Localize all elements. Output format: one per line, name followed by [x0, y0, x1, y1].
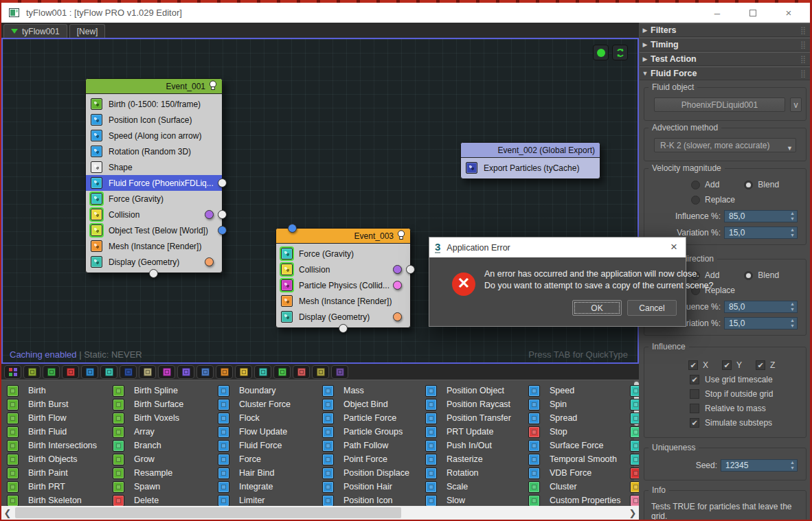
output-socket[interactable]	[393, 281, 402, 290]
section-header-filters[interactable]: ▶Filters⣿	[640, 23, 811, 37]
palette-item-object-bind[interactable]: Object Bind	[322, 397, 409, 411]
palette-item[interactable]	[630, 439, 639, 452]
palette-item-flock[interactable]: Flock	[218, 411, 291, 425]
node-header[interactable]: Event_003	[276, 229, 410, 244]
palette-item-surface-force[interactable]: Surface Force	[528, 439, 621, 452]
palette-item-branch[interactable]: Branch	[113, 439, 183, 452]
category-force-button[interactable]	[81, 365, 98, 379]
spinner-input[interactable]: 85,0▲▼	[724, 301, 798, 313]
category-misc-button[interactable]	[331, 365, 348, 379]
output-socket[interactable]	[205, 257, 214, 266]
node-event-001[interactable]: Event_001Birth (0-1500: 150/frame)Positi…	[85, 78, 223, 273]
palette-item-position-raycast[interactable]: Position Raycast	[425, 397, 511, 411]
output-socket[interactable]	[218, 178, 227, 187]
category-birth-button[interactable]	[23, 365, 41, 379]
palette-item[interactable]	[630, 397, 639, 411]
lightbulb-icon[interactable]	[209, 80, 217, 93]
hscroll-track[interactable]	[14, 506, 627, 520]
palette-item-cluster[interactable]: Cluster	[528, 480, 621, 494]
spinner-input[interactable]: 15,0▲▼	[724, 227, 798, 239]
palette-item-position-hair[interactable]: Position Hair	[322, 480, 409, 494]
palette-item[interactable]	[630, 494, 639, 506]
output-socket[interactable]	[218, 210, 227, 219]
category-mesh-button[interactable]	[216, 365, 233, 379]
palette-item-path-follow[interactable]: Path Follow	[322, 439, 409, 452]
node-row[interactable]: Mesh (Instance [Render])	[86, 238, 222, 254]
category-physics-button[interactable]	[196, 365, 214, 379]
event-output-socket[interactable]	[339, 324, 348, 333]
category-delete-button[interactable]	[62, 365, 79, 379]
cancel-button[interactable]: Cancel	[627, 300, 677, 316]
simulation-live-button[interactable]	[593, 45, 609, 60]
category-simulation-button[interactable]	[254, 365, 271, 379]
fluid-object-picker-button[interactable]: v	[790, 97, 802, 112]
maximize-button[interactable]	[744, 7, 762, 19]
node-row[interactable]: Collision	[86, 207, 222, 222]
tab-new[interactable]: [New]	[69, 24, 106, 38]
seed-input[interactable]: 12345▲▼	[721, 459, 798, 472]
palette-horizontal-scrollbar[interactable]: ❮ ❯	[1, 506, 639, 520]
dialog-close-button[interactable]: ×	[670, 240, 677, 254]
fluid-object-button[interactable]: PhoenixFDLiquid001	[654, 97, 785, 112]
lightbulb-icon[interactable]	[397, 230, 405, 242]
palette-item-custom-properties[interactable]: Custom Properties	[528, 494, 621, 506]
node-row[interactable]: Force (Gravity)	[86, 191, 222, 207]
palette-item-point-force[interactable]: Point Force	[322, 452, 409, 466]
checkbox-axis-z[interactable]: ✔Z	[756, 360, 775, 370]
node-row[interactable]: Fluid Force (PhoenixFDLiq...	[86, 175, 222, 191]
node-row[interactable]: Birth (0-1500: 150/frame)	[86, 96, 222, 112]
node-row[interactable]: Speed (Along icon arrow)	[86, 128, 222, 143]
palette-item-particle-force[interactable]: Particle Force	[322, 411, 409, 425]
palette-item-rotation[interactable]: Rotation	[425, 466, 511, 480]
hscroll-thumb[interactable]	[15, 507, 401, 518]
palette-item-position-displace[interactable]: Position Displace	[322, 466, 409, 480]
palette-item-flow-update[interactable]: Flow Update	[218, 425, 291, 439]
category-material-button[interactable]	[312, 365, 329, 379]
palette-item-spread[interactable]: Spread	[528, 411, 621, 425]
spinner-arrows-icon[interactable]: ▲▼	[790, 460, 795, 471]
palette-item-hair-bind[interactable]: Hair Bind	[218, 466, 291, 480]
event-input-socket[interactable]	[288, 224, 297, 233]
palette-item-array[interactable]: Array	[113, 425, 183, 439]
palette-item-birth-objects[interactable]: Birth Objects	[7, 452, 97, 466]
section-header-fluid-force[interactable]: ▼Fluid Force⣿	[640, 67, 811, 80]
spinner-arrows-icon[interactable]: ▲▼	[790, 211, 795, 222]
output-socket[interactable]	[205, 210, 214, 219]
palette-item-birth-surface[interactable]: Birth Surface	[113, 397, 183, 411]
minimize-button[interactable]: –	[708, 7, 726, 19]
category-display-button[interactable]	[177, 365, 194, 379]
node-row[interactable]: Display (Geometry)	[276, 309, 410, 325]
event-output-socket[interactable]	[149, 269, 158, 278]
palette-item-scale[interactable]: Scale	[425, 480, 511, 494]
palette-item-vdb-force[interactable]: VDB Force	[528, 466, 621, 480]
palette-item-prt-update[interactable]: PRT Update	[425, 425, 511, 439]
palette-item-integrate[interactable]: Integrate	[218, 480, 291, 494]
palette-item-birth-voxels[interactable]: Birth Voxels	[113, 411, 183, 425]
palette-item-birth-prt[interactable]: Birth PRT	[7, 480, 97, 494]
palette-item-temporal-smooth[interactable]: Temporal Smooth	[528, 452, 621, 466]
palette-item-grow[interactable]: Grow	[113, 452, 183, 466]
palette-item-spin[interactable]: Spin	[528, 397, 621, 411]
node-row[interactable]: Force (Gravity)	[276, 246, 410, 262]
palette-item-mass[interactable]: Mass	[322, 384, 409, 397]
palette-item-force[interactable]: Force	[218, 452, 291, 466]
spinner-input[interactable]: 85,0▲▼	[724, 210, 798, 222]
ok-button[interactable]: OK	[572, 300, 622, 316]
palette-item-position-icon[interactable]: Position Icon	[322, 494, 409, 506]
node-row[interactable]: Shape	[86, 159, 222, 175]
node-row[interactable]: Object Test (Below [World])	[86, 222, 222, 238]
palette-item[interactable]	[630, 384, 639, 397]
radio-blend[interactable]: Blend	[744, 270, 779, 280]
palette-item-birth[interactable]: Birth	[7, 384, 97, 397]
category-shape-button[interactable]	[139, 365, 156, 379]
palette-item-slow[interactable]: Slow	[425, 494, 511, 506]
advection-method-dropdown[interactable]: R-K 2 (slower, more accurate)▼	[654, 138, 796, 152]
category-position-button[interactable]	[120, 365, 137, 379]
palette-item-spawn[interactable]: Spawn	[113, 480, 183, 494]
node-header[interactable]: Event_002 (Global Export)	[461, 143, 600, 158]
palette-item-birth-spline[interactable]: Birth Spline	[113, 384, 183, 397]
palette-item[interactable]	[630, 466, 639, 480]
spinner-arrows-icon[interactable]: ▲▼	[790, 301, 795, 312]
node-header[interactable]: Event_001	[86, 79, 222, 94]
palette-item-birth-intersections[interactable]: Birth Intersections	[7, 439, 97, 452]
